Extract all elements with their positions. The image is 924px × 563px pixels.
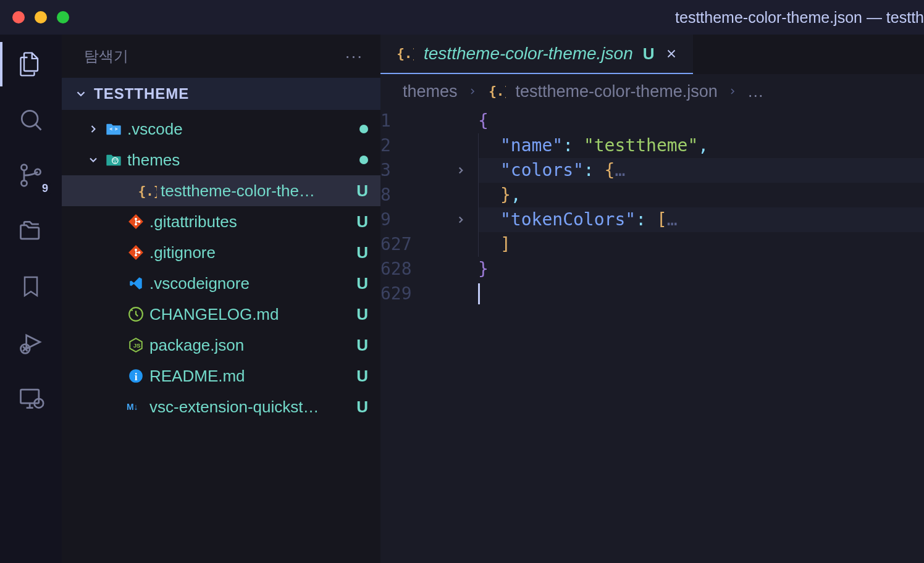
line-number-gutter: 12389627628629 [380,109,448,563]
activity-bar: 9 [0,35,62,563]
json-icon: {.} [487,83,506,100]
svg-text:{.}: {.} [397,46,414,61]
git-status: U [356,398,368,417]
tree-item-label: themes [127,151,353,170]
tree-item[interactable]: .vscodeignoreU [62,268,380,299]
tree-item[interactable]: {.}testtheme-color-the…U [62,175,380,206]
svg-text:i: i [135,371,138,383]
breadcrumb[interactable]: themes {.} testtheme-color-theme.json … [380,74,924,109]
git-orange-icon [125,244,147,261]
close-icon [665,47,678,60]
tree-item-label: .vscodeignore [149,274,350,293]
breadcrumb-seg-file[interactable]: testtheme-color-theme.json [516,82,718,101]
tree-item-label: .gitattributes [149,212,350,231]
chevron-right-icon [728,86,737,96]
tree-item-label: README.md [149,367,350,386]
activity-explorer[interactable] [14,47,48,81]
json-icon: {.} [136,183,158,199]
folder-vscode-icon [103,122,125,136]
svg-point-0 [22,111,38,127]
tree-item-label: .vscode [127,120,353,139]
tree-item-label: package.json [149,336,350,355]
tree-item[interactable]: .vscode [62,114,380,144]
window-maximize-button[interactable] [57,11,69,23]
vscode-blue-icon [125,275,147,291]
tree-item[interactable]: themes [62,144,380,175]
svg-point-9 [116,159,117,161]
folder-theme-icon [103,152,125,167]
svg-text:{.}: {.} [138,184,157,199]
tab-active[interactable]: {.} testtheme-color-theme.json U [380,35,693,74]
chevron-right-icon [468,86,477,96]
sidebar-header: 탐색기 ··· [62,35,380,78]
files-icon [17,51,44,78]
svg-point-10 [114,162,116,163]
code-content[interactable]: {"name": "testtheme","colors": {…},"toke… [473,109,924,563]
editor-area: {.} testtheme-color-theme.json U themes … [380,35,924,563]
svg-point-8 [114,159,115,161]
tree-item[interactable]: .gitattributesU [62,206,380,237]
svg-point-1 [21,165,27,170]
git-status: U [356,274,368,293]
sidebar-more-button[interactable]: ··· [345,46,363,66]
changelog-icon [125,306,147,322]
svg-point-2 [21,180,27,186]
file-tree: .vscodethemes{.}testtheme-color-the…U.gi… [62,110,380,563]
tree-item[interactable]: CHANGELOG.mdU [62,299,380,330]
folders-icon [17,217,44,244]
debug-icon [17,328,44,356]
fold-gutter [448,109,473,563]
git-status: U [356,181,368,201]
activity-bookmarks[interactable] [14,269,48,304]
remote-icon [17,384,44,411]
titlebar: testtheme-color-theme.json — testth [0,0,924,35]
bookmark-icon [19,273,43,300]
window-minimize-button[interactable] [35,11,47,23]
sidebar: 탐색기 ··· TESTTHEME .vscodethemes{.}testth… [62,35,380,563]
tab-close-button[interactable] [665,47,678,60]
markdown-icon: M↓ [125,400,147,414]
traffic-lights [12,11,69,23]
svg-rect-5 [21,390,39,403]
git-status: U [356,212,368,231]
git-status: U [356,243,368,262]
info-icon: i [125,368,147,384]
chevron-down-icon [74,87,88,101]
activity-remote[interactable] [14,380,48,415]
activity-search[interactable] [14,102,48,137]
sidebar-title: 탐색기 [84,46,128,66]
git-status-dot [359,125,368,133]
breadcrumb-seg-folder[interactable]: themes [403,82,458,101]
json-icon: {.} [395,45,414,62]
tab-bar: {.} testtheme-color-theme.json U [380,35,924,74]
folder-name: TESTTHEME [94,85,189,102]
git-status-dot [359,156,368,164]
folder-header[interactable]: TESTTHEME [62,78,380,110]
editor-content[interactable]: 12389627628629 {"name": "testtheme","col… [380,109,924,563]
tree-item-label: testtheme-color-the… [161,181,350,201]
tree-item-label: vsc-extension-quickst… [149,398,350,417]
window-title: testtheme-color-theme.json — testth [675,9,924,27]
svg-text:M↓: M↓ [127,402,138,412]
git-status: U [356,305,368,324]
window-close-button[interactable] [12,11,25,23]
tab-label: testtheme-color-theme.json [424,44,633,64]
activity-explorer-alt[interactable] [14,214,48,248]
git-orange-icon [125,214,147,230]
tree-item[interactable]: JSpackage.jsonU [62,330,380,361]
tree-item-label: .gitignore [149,243,350,262]
tree-item[interactable]: iREADME.mdU [62,361,380,391]
activity-debug[interactable] [14,325,48,359]
breadcrumb-seg-more[interactable]: … [747,82,764,101]
git-status: U [356,367,368,386]
svg-text:JS: JS [133,342,141,349]
git-status: U [356,336,368,355]
nodejs-icon: JS [125,337,147,353]
activity-scm[interactable]: 9 [14,158,48,193]
tree-item[interactable]: .gitignoreU [62,237,380,268]
tree-item[interactable]: M↓vsc-extension-quickst…U [62,391,380,422]
tree-item-label: CHANGELOG.md [149,305,350,324]
tab-git-status: U [643,44,655,64]
search-icon [17,106,44,133]
svg-text:{.}: {.} [489,84,506,99]
